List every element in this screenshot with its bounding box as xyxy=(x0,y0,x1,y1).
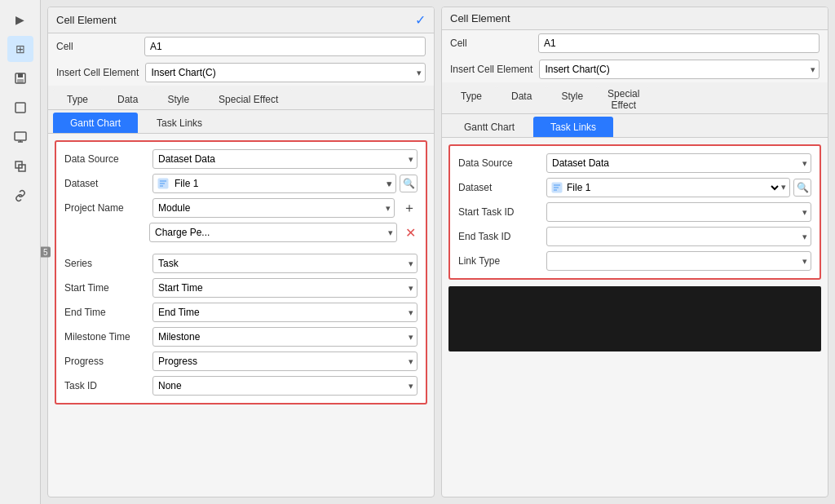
left-cell-input[interactable] xyxy=(144,37,426,56)
left-charge-row: Charge Pe... ✕ xyxy=(56,220,426,245)
left-dataset-field: File 1 ▾ 🔍 xyxy=(152,174,418,193)
left-endtime-row: End Time End Time xyxy=(56,300,426,325)
right-dataset-row: Dataset File 1 ▾ xyxy=(450,175,820,200)
left-cell-label: Cell xyxy=(56,41,138,52)
left-panel-checkmark: ✓ xyxy=(415,12,426,28)
right-linktype-label: Link Type xyxy=(458,255,540,267)
right-insert-select[interactable]: Insert Chart(C) xyxy=(539,60,820,79)
right-dataset-label: Dataset xyxy=(458,182,540,193)
sidebar-icon-link[interactable] xyxy=(7,183,33,209)
left-insert-label: Insert Cell Element xyxy=(56,67,139,78)
right-outer-tab-gantt[interactable]: Gantt Chart xyxy=(447,117,532,137)
left-series-wrapper: Task xyxy=(152,254,418,273)
left-taskid-select[interactable]: None xyxy=(152,376,418,396)
right-endtaskid-label: End Task ID xyxy=(458,231,540,242)
right-tab-data[interactable]: Data xyxy=(497,86,546,113)
left-endtime-label: End Time xyxy=(64,307,146,318)
sidebar-icon-layers[interactable] xyxy=(7,153,33,179)
right-endtaskid-wrapper xyxy=(546,227,811,246)
left-progress-select[interactable]: Progress xyxy=(152,351,418,371)
sidebar: ▶ ⊞ xyxy=(0,0,41,504)
right-endtaskid-row: End Task ID xyxy=(450,224,820,249)
left-starttime-wrapper: Start Time xyxy=(152,278,418,298)
right-endtaskid-select[interactable] xyxy=(546,227,811,246)
sidebar-icon-grid[interactable]: ⊞ xyxy=(7,36,33,62)
right-ds-select[interactable]: Dataset Data xyxy=(546,153,811,173)
left-dataset-select-wrapper: File 1 ▾ xyxy=(152,174,396,193)
left-projectname-label: Project Name xyxy=(64,202,146,214)
left-add-btn[interactable]: ＋ xyxy=(401,200,418,217)
left-ds-select-wrapper: Dataset Data xyxy=(152,149,418,169)
left-series-select[interactable]: Task xyxy=(152,254,418,273)
sidebar-icon-monitor[interactable] xyxy=(7,124,33,150)
left-ds-label: Data Source xyxy=(64,153,146,165)
left-endtime-wrapper: End Time xyxy=(152,303,418,322)
right-ds-label: Data Source xyxy=(458,157,540,169)
left-ds-select[interactable]: Dataset Data xyxy=(152,149,418,169)
left-milestone-select[interactable]: Milestone xyxy=(152,327,418,347)
left-series-label: Series xyxy=(64,258,146,269)
left-projectname-select[interactable]: Module xyxy=(152,198,395,218)
right-insert-wrapper: Insert Chart(C) xyxy=(539,60,820,79)
right-panel-header: Cell Element xyxy=(442,7,828,30)
left-tab-style[interactable]: Style xyxy=(153,89,203,109)
right-linktype-wrapper xyxy=(546,251,811,271)
left-milestone-wrapper: Milestone xyxy=(152,327,418,347)
right-black-bar xyxy=(448,286,821,351)
left-endtime-select[interactable]: End Time xyxy=(152,303,418,322)
right-dataset-search-btn[interactable]: 🔍 xyxy=(793,179,811,197)
right-cell-label: Cell xyxy=(450,38,532,49)
left-outer-tab-tasklinks[interactable]: Task Links xyxy=(139,113,219,133)
left-charge-select[interactable]: Charge Pe... xyxy=(149,223,397,242)
right-starttaskid-select[interactable] xyxy=(546,202,811,222)
right-outer-tab-tasklinks[interactable]: Task Links xyxy=(533,117,613,137)
left-dataset-select[interactable]: File 1 xyxy=(170,174,387,193)
right-tab-special[interactable]: SpecialEffect xyxy=(599,86,648,113)
left-panel-title: Cell Element xyxy=(56,14,117,26)
right-cell-row: Cell xyxy=(442,30,828,56)
left-outer-tabbar: Gantt Chart Task Links xyxy=(48,110,434,134)
sidebar-icon-save[interactable] xyxy=(7,65,33,91)
sidebar-icon-arrow[interactable]: ▶ xyxy=(7,7,33,33)
left-insert-row: Insert Cell Element Insert Chart(C) xyxy=(48,60,434,86)
right-ds-select-wrapper: Dataset Data xyxy=(546,153,811,173)
right-tab-type[interactable]: Type xyxy=(447,86,496,113)
right-type-tabbar: Type Data Style SpecialEffect xyxy=(442,82,828,114)
right-ds-row: Data Source Dataset Data xyxy=(450,151,820,175)
left-milestone-label: Milestone Time xyxy=(64,331,146,343)
left-progress-label: Progress xyxy=(64,356,146,367)
left-insert-select[interactable]: Insert Chart(C) xyxy=(145,63,426,82)
left-starttime-label: Start Time xyxy=(64,282,146,294)
left-charge-wrapper: Charge Pe... xyxy=(149,223,397,242)
left-starttime-select[interactable]: Start Time xyxy=(152,278,418,298)
svg-rect-2 xyxy=(17,79,24,83)
right-dataset-field: File 1 ▾ 🔍 xyxy=(546,178,811,197)
left-tab-type[interactable]: Type xyxy=(53,89,102,109)
right-outer-tabbar: Gantt Chart Task Links xyxy=(442,114,828,138)
file-icon xyxy=(157,177,170,190)
left-taskid-label: Task ID xyxy=(64,380,146,391)
left-panel: Cell Element ✓ Cell Insert Cell Element … xyxy=(47,7,435,497)
right-tasklinks-section: Data Source Dataset Data Dataset xyxy=(448,144,821,280)
left-tab-special[interactable]: Special Effect xyxy=(205,89,292,109)
left-tab-data[interactable]: Data xyxy=(104,89,152,109)
right-file-icon xyxy=(550,181,563,194)
right-starttaskid-label: Start Task ID xyxy=(458,206,540,218)
right-tab-style[interactable]: Style xyxy=(547,86,597,113)
left-starttime-row: Start Time Start Time xyxy=(56,276,426,300)
left-progress-row: Progress Progress xyxy=(56,349,426,374)
left-dataset-search-btn[interactable]: 🔍 xyxy=(400,175,418,192)
right-insert-row: Insert Cell Element Insert Chart(C) xyxy=(442,56,828,82)
left-outer-tab-gantt[interactable]: Gantt Chart xyxy=(53,113,138,133)
sidebar-icon-shape[interactable] xyxy=(7,95,33,121)
right-linktype-select[interactable] xyxy=(546,251,811,271)
left-milestone-row: Milestone Time Milestone xyxy=(56,325,426,349)
right-dataset-select[interactable]: File 1 xyxy=(563,181,781,194)
left-taskid-row: Task ID None xyxy=(56,374,426,398)
right-starttaskid-wrapper xyxy=(546,202,811,222)
right-insert-label: Insert Cell Element xyxy=(450,64,532,75)
right-cell-input[interactable] xyxy=(538,33,820,53)
left-remove-btn[interactable]: ✕ xyxy=(404,225,418,241)
right-panel-title: Cell Element xyxy=(450,12,510,24)
svg-rect-1 xyxy=(18,73,23,77)
